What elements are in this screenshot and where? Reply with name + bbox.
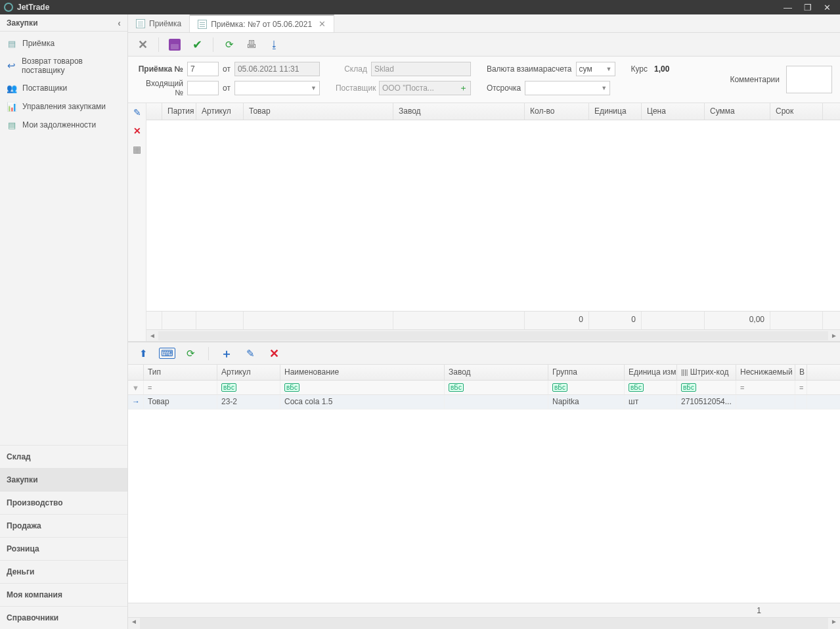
add-item-button[interactable]: ＋ bbox=[218, 345, 235, 362]
tab-close-icon[interactable]: ✕ bbox=[319, 19, 326, 29]
catalog-col-name[interactable]: Наименование bbox=[280, 365, 445, 380]
catalog-col-indicator[interactable] bbox=[128, 365, 144, 380]
download-button[interactable]: ⭳ bbox=[265, 35, 283, 54]
catalog-hscroll[interactable]: ◄ ► bbox=[128, 617, 840, 629]
grid-col-art[interactable]: Артикул bbox=[196, 103, 244, 120]
edit-line-button[interactable]: ✎ bbox=[131, 106, 144, 119]
refresh-catalog-button[interactable]: ⟳ bbox=[182, 345, 199, 362]
row-unit: шт bbox=[625, 395, 677, 409]
grid-col-indicator[interactable] bbox=[146, 103, 162, 120]
catalog-panel: ⬆ ⌨ ⟳ ＋ ✎ ✕ Тип Артикул Наименование Зав… bbox=[128, 342, 840, 629]
filter-last[interactable]: = bbox=[795, 381, 807, 394]
delete-item-button[interactable]: ✕ bbox=[265, 345, 282, 362]
scroll-left-icon[interactable]: ◄ bbox=[146, 332, 158, 339]
section-reference[interactable]: Справочники bbox=[0, 606, 127, 629]
filter-art[interactable]: вБс bbox=[217, 381, 280, 394]
grid-col-party[interactable]: Партия bbox=[162, 103, 196, 120]
section-retail[interactable]: Розница bbox=[0, 537, 127, 560]
delete-line-button[interactable]: ✕ bbox=[131, 124, 144, 137]
tab-priemka-list[interactable]: Приёмка bbox=[128, 14, 190, 32]
lines-grid-header: Партия Артикул Товар Завод Кол-во Единиц… bbox=[146, 103, 840, 120]
print-button[interactable]: 🖶 bbox=[242, 35, 261, 54]
incoming-no-input[interactable] bbox=[187, 81, 219, 95]
users-icon: 👥 bbox=[7, 83, 17, 93]
priemka-no-input[interactable] bbox=[187, 62, 219, 76]
section-sale[interactable]: Продажа bbox=[0, 514, 127, 537]
section-money[interactable]: Деньги bbox=[0, 560, 127, 583]
title-bar: JetTrade — ❐ ✕ bbox=[0, 0, 840, 14]
grid-col-srok[interactable]: Срок bbox=[770, 103, 823, 120]
close-window-button[interactable]: ✕ bbox=[824, 3, 831, 12]
section-zakupki[interactable]: Закупки bbox=[0, 468, 127, 491]
sidebar-item-priemka[interactable]: ▤ Приёмка bbox=[0, 34, 127, 53]
approve-button[interactable]: ✔ bbox=[188, 35, 206, 54]
grid-col-qty[interactable]: Кол-во bbox=[525, 103, 589, 120]
catalog-col-unit[interactable]: Единица изм. bbox=[625, 365, 677, 380]
maximize-button[interactable]: ❐ bbox=[804, 3, 812, 12]
scroll-track[interactable] bbox=[158, 331, 828, 340]
date-input[interactable]: 05.06.2021 11:31 bbox=[234, 62, 320, 76]
sidebar-item-suppliers[interactable]: 👥 Поставщики bbox=[0, 79, 127, 97]
grid-col-sum[interactable]: Сумма bbox=[705, 103, 770, 120]
edit-item-button[interactable]: ✎ bbox=[242, 345, 259, 362]
plus-icon[interactable]: ＋ bbox=[459, 82, 468, 94]
keyboard-button[interactable]: ⌨ bbox=[158, 345, 175, 362]
lines-grid-body[interactable] bbox=[146, 120, 840, 311]
close-button[interactable]: ✕ bbox=[133, 35, 152, 54]
sidebar-item-purchase-mgmt[interactable]: 📊 Управления закупками bbox=[0, 97, 127, 116]
incoming-date-select[interactable]: ▼ bbox=[234, 81, 320, 95]
catalog-col-art[interactable]: Артикул bbox=[217, 365, 280, 380]
refresh-button[interactable]: ⟳ bbox=[220, 35, 238, 54]
filter-icon[interactable]: ▼ bbox=[128, 381, 144, 394]
app-icon bbox=[4, 3, 13, 12]
keyboard-icon: ⌨ bbox=[159, 348, 175, 359]
minimize-button[interactable]: — bbox=[784, 3, 792, 12]
filter-group[interactable]: вБс bbox=[548, 381, 625, 394]
grid-col-price[interactable]: Цена bbox=[642, 103, 705, 120]
scroll-left-icon[interactable]: ◄ bbox=[128, 618, 140, 629]
filter-nes[interactable]: = bbox=[736, 381, 795, 394]
filter-name[interactable]: вБс bbox=[280, 381, 445, 394]
sidebar-item-debts[interactable]: ▤ Мои задолженности bbox=[0, 116, 127, 134]
postavshik-select[interactable]: ООО "Поста...＋ bbox=[379, 81, 471, 95]
filter-barcode[interactable]: вБс bbox=[677, 381, 736, 394]
scroll-track[interactable] bbox=[140, 618, 828, 629]
book-icon: ▤ bbox=[7, 120, 17, 130]
document-icon bbox=[136, 19, 145, 28]
section-sklad[interactable]: Склад bbox=[0, 445, 127, 468]
section-production[interactable]: Производство bbox=[0, 491, 127, 514]
lines-hscroll[interactable]: ◄ ► bbox=[146, 329, 840, 341]
barcode-line-button[interactable]: ▦ bbox=[131, 143, 144, 156]
scroll-right-icon[interactable]: ► bbox=[828, 618, 840, 629]
section-company[interactable]: Моя компания bbox=[0, 583, 127, 606]
filter-zavod[interactable]: вБс bbox=[445, 381, 548, 394]
tab-priemka-7[interactable]: Приёмка: №7 от 05.06.2021 ✕ bbox=[190, 14, 334, 32]
save-button[interactable] bbox=[166, 35, 184, 54]
grid-col-tovar[interactable]: Товар bbox=[244, 103, 393, 120]
sklad-select[interactable]: Sklad bbox=[371, 62, 471, 76]
return-arrow-icon: ↩ bbox=[7, 60, 16, 71]
catalog-filter-row: ▼ = вБс вБс вБс вБс вБс вБс = = bbox=[128, 381, 840, 395]
catalog-col-barcode[interactable]: |||| Штрих-код bbox=[677, 365, 736, 380]
grid-col-zavod[interactable]: Завод bbox=[393, 103, 525, 120]
row-barcode: 2710512054... bbox=[677, 395, 736, 409]
catalog-col-last[interactable]: В bbox=[795, 365, 807, 380]
sidebar-item-return[interactable]: ↩ Возврат товаров поставщику bbox=[0, 53, 127, 79]
comment-input[interactable] bbox=[786, 66, 832, 93]
catalog-col-group[interactable]: Группа bbox=[548, 365, 625, 380]
filter-type[interactable]: = bbox=[144, 381, 217, 394]
summary-unit: 0 bbox=[589, 312, 642, 329]
sidebar-collapse-icon[interactable]: ‹ bbox=[118, 18, 121, 28]
catalog-col-type[interactable]: Тип bbox=[144, 365, 217, 380]
catalog-col-zavod[interactable]: Завод bbox=[445, 365, 548, 380]
valuta-select[interactable]: сум▼ bbox=[576, 62, 615, 76]
catalog-row[interactable]: → Товар 23-2 Coca cola 1.5 Napitka шт 27… bbox=[128, 395, 840, 409]
document-form: Приёмка № от 05.06.2021 11:31 Склад Skla… bbox=[128, 57, 840, 103]
move-up-button[interactable]: ⬆ bbox=[135, 345, 152, 362]
scroll-right-icon[interactable]: ► bbox=[828, 332, 840, 339]
lines-grid-wrap: ✎ ✕ ▦ Партия Артикул Товар Завод Кол-во … bbox=[128, 103, 840, 342]
grid-col-unit[interactable]: Единица bbox=[589, 103, 642, 120]
otsrochka-select[interactable]: ▼ bbox=[525, 81, 610, 95]
catalog-col-nes[interactable]: Неснижаемый ... bbox=[736, 365, 795, 380]
filter-unit[interactable]: вБс bbox=[625, 381, 677, 394]
